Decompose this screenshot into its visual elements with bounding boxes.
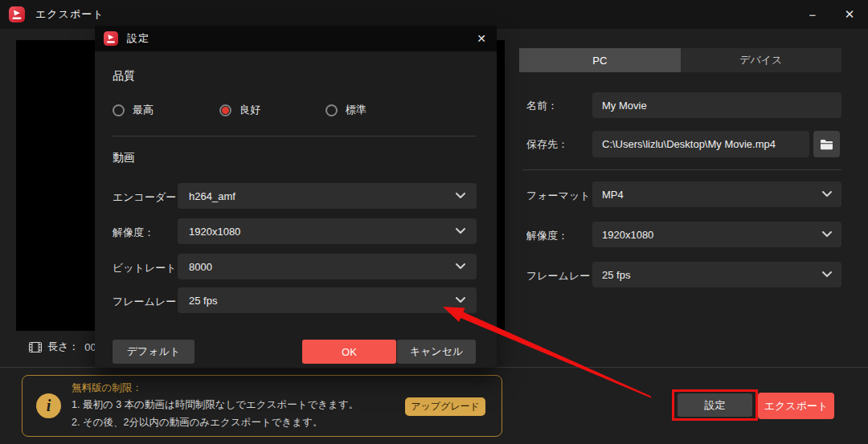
- annotation-highlight-box: 設定: [672, 389, 758, 421]
- radio-icon: [219, 104, 231, 116]
- bitrate-label: ビットレート：: [113, 261, 187, 275]
- chevron-down-icon: [822, 231, 832, 238]
- quality-section-title: 品質: [113, 69, 135, 84]
- name-input[interactable]: My Movie: [592, 92, 841, 118]
- dialog-divider: [113, 136, 476, 136]
- length-label: 長さ：: [47, 340, 79, 354]
- bitrate-dropdown[interactable]: 8000: [178, 254, 477, 279]
- panel-divider: [522, 169, 841, 170]
- radio-standard[interactable]: 標準: [326, 103, 366, 117]
- resolution-label: 解像度：: [526, 229, 568, 243]
- title-bar: エクスポート − ✕: [0, 0, 868, 29]
- free-version-notice: i 無料版の制限： 1. 最初の 3 本の動画は時間制限なしでエクスポートできま…: [22, 375, 502, 437]
- film-icon: [29, 342, 42, 352]
- tab-pc[interactable]: PC: [519, 48, 681, 72]
- chevron-down-icon: [822, 271, 832, 278]
- encoder-label: エンコーダー：: [113, 190, 186, 205]
- framerate-dropdown[interactable]: 25 fps: [178, 287, 477, 313]
- destination-input[interactable]: C:\Users\lizlu\Desktop\My Movie.mp4: [592, 131, 809, 157]
- window-title: エクスポート: [35, 7, 104, 22]
- chevron-down-icon: [456, 263, 465, 270]
- resolution-dropdown[interactable]: 1920x1080: [178, 218, 477, 244]
- notice-line: 2. その後、2分以内の動画のみエクスポートできます。: [72, 416, 322, 430]
- radio-best[interactable]: 最高: [113, 103, 154, 117]
- resolution-dropdown[interactable]: 1920x1080: [592, 222, 841, 247]
- resolution-label: 解像度：: [113, 226, 154, 240]
- radio-good[interactable]: 良好: [219, 103, 260, 117]
- chevron-down-icon: [456, 297, 465, 303]
- info-icon: i: [36, 393, 61, 418]
- settings-dialog-title: 設定: [127, 31, 149, 46]
- radio-icon: [113, 104, 125, 116]
- minimize-button[interactable]: −: [794, 0, 831, 29]
- upgrade-button[interactable]: アップグレード: [405, 397, 485, 416]
- app-icon: [104, 31, 118, 46]
- chevron-down-icon: [456, 228, 465, 234]
- ok-button[interactable]: OK: [302, 340, 396, 364]
- app-icon: [9, 6, 25, 22]
- close-button[interactable]: ✕: [831, 0, 868, 29]
- format-label: フォーマット：: [526, 189, 601, 203]
- quality-radio-group: 最高 良好 標準: [113, 103, 476, 116]
- notice-title: 無料版の制限：: [72, 381, 142, 395]
- settings-dialog: 設定 ✕ 品質 最高 良好 標準 動画 エンコーダー： h264_amf 解像度…: [95, 26, 497, 368]
- browse-folder-button[interactable]: [813, 131, 840, 157]
- format-dropdown[interactable]: MP4: [592, 181, 841, 207]
- framerate-dropdown[interactable]: 25 fps: [592, 262, 841, 287]
- export-target-tabs: PC デバイス: [519, 48, 841, 72]
- radio-icon: [326, 104, 338, 116]
- folder-icon: [820, 139, 833, 150]
- settings-dialog-header: 設定 ✕: [95, 26, 497, 51]
- destination-label: 保存先：: [526, 137, 568, 152]
- chevron-down-icon: [456, 193, 465, 199]
- dialog-close-icon[interactable]: ✕: [477, 32, 486, 45]
- default-button[interactable]: デフォルト: [113, 340, 194, 364]
- export-button[interactable]: エクスポート: [758, 393, 834, 419]
- cancel-button[interactable]: キャンセル: [397, 340, 476, 364]
- tab-device[interactable]: デバイス: [681, 48, 842, 72]
- settings-button[interactable]: 設定: [678, 393, 752, 417]
- name-label: 名前：: [526, 99, 558, 113]
- chevron-down-icon: [822, 191, 832, 198]
- encoder-dropdown[interactable]: h264_amf: [178, 183, 477, 209]
- notice-line: 1. 最初の 3 本の動画は時間制限なしでエクスポートできます。: [72, 398, 358, 412]
- video-section-title: 動画: [113, 151, 135, 165]
